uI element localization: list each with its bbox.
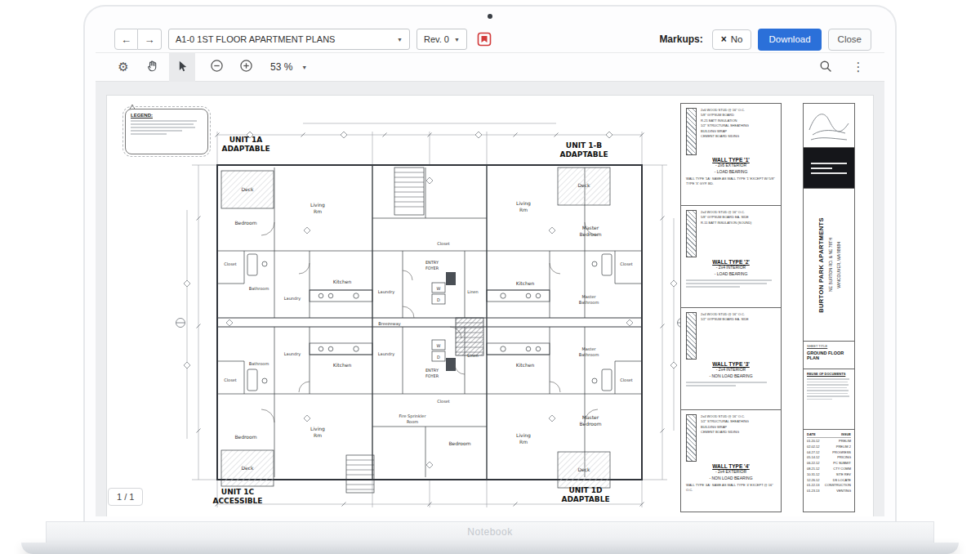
pan-tool-button[interactable] [140, 53, 166, 82]
legend-box: LEGEND: [125, 109, 208, 154]
room-label: Kitchen [516, 362, 535, 368]
cursor-icon [176, 60, 189, 75]
room-label: Kitchen [333, 279, 352, 284]
wall-type-subtitle: - 2x4 EXTERIOR- NON LOAD BEARING [686, 469, 776, 481]
room-label: Bedroom [448, 440, 470, 446]
room-label: Deck [241, 465, 254, 471]
revision-row: 02.02.12PRELIM 2 [807, 445, 851, 450]
room-label: W [437, 343, 441, 348]
zoom-out-button[interactable] [203, 53, 229, 82]
wall-notes: 2x4 WOOD STUD @ 16" O.C.5/8" GYPSUM BOAR… [701, 210, 776, 257]
wall-types-panel: 2x6 WOOD STUD @ 16" O.C.5/8" GYPSUM BOAR… [680, 103, 782, 512]
list-line: - NON LOAD BEARING [686, 373, 776, 380]
document-select-value: A1-0 1ST FLOOR APARTMENT PLANS [176, 34, 335, 44]
room-label: Laundry [284, 351, 301, 357]
revision-row: 12.26.12DS LOCATE [807, 478, 851, 484]
unit-label: UNIT 1AADAPTABLE [221, 136, 270, 153]
forward-button[interactable]: → [138, 29, 162, 50]
wall-type-section: 2x4 WOOD STUD @ 16" O.C.1/2" STRUCTURAL … [681, 410, 781, 512]
revision-row: 01.23.13VENTING [807, 489, 851, 494]
room-label: ENTRYFOYER [425, 368, 439, 378]
nav-button-group: ← → [114, 29, 162, 50]
revision-row: 01.20.12PRELIM [807, 439, 851, 445]
back-button[interactable]: ← [114, 29, 138, 50]
gear-icon: ⚙ [118, 60, 128, 74]
room-label: Breezeway [378, 321, 400, 327]
reuse-heading: REUSE OF DOCUMENTS [807, 372, 851, 376]
list-line: CEMENT BOARD SIDING [701, 134, 776, 139]
search-button[interactable] [813, 53, 839, 82]
markups-toggle-button[interactable]: × No [712, 29, 752, 50]
wall-type-subtitle: - 2x6 EXTERIOR- LOAD BEARING [686, 163, 776, 175]
markups-label: Markups: [659, 34, 702, 45]
wall-notes: 2x6 WOOD STUD @ 16" O.C.5/8" GYPSUM BOAR… [701, 108, 776, 155]
download-button[interactable]: Download [758, 29, 821, 51]
zoom-in-icon [239, 59, 253, 75]
list-line: - NON LOAD BEARING [686, 476, 776, 482]
document-select[interactable]: A1-0 1ST FLOOR APARTMENT PLANS ▼ [168, 29, 410, 50]
chevron-down-icon: ▼ [397, 37, 403, 42]
select-tool-button[interactable] [169, 53, 195, 82]
laptop-base-lip [21, 543, 959, 554]
wall-type-section: 2x6 WOOD STUD @ 16" O.C.5/8" GYPSUM BOAR… [681, 104, 781, 206]
sheet-title-label: SHEET TITLE [807, 344, 851, 348]
revision-row: 05.14.12PRICING [807, 455, 851, 461]
room-label: MasterBathroom [579, 346, 599, 357]
wall-type-section: 2x4 WOOD STUD @ 16" O.C.5/8" GYPSUM BOAR… [681, 206, 781, 308]
device-label: Notebook [467, 526, 512, 538]
chevron-down-icon: ▼ [454, 37, 460, 42]
back-arrow-icon: ← [121, 34, 131, 46]
page-indicator: 1 / 1 [108, 488, 143, 506]
markup-flag-icon[interactable] [477, 32, 492, 47]
architect-stamp [804, 104, 854, 148]
wall-type-footnote: WALL TYPE '1A': SAME AS WALL TYPE '1' EX… [686, 176, 776, 185]
revision-row: 04.27.12PROGRESS [807, 450, 851, 456]
room-label: W [437, 286, 441, 291]
project-city: VANCOUVER, WA 98684 [836, 242, 841, 288]
wall-detail-hatch [686, 414, 697, 462]
laptop-mockup: ← → A1-0 1ST FLOOR APARTMENT PLANS ▼ Rev… [0, 0, 980, 554]
unit-label: UNIT 1CACCESSIBLE [213, 488, 263, 505]
top-toolbar: ← → A1-0 1ST FLOOR APARTMENT PLANS ▼ Rev… [96, 25, 884, 52]
wall-type-subtitle: - 2x4 INTERIOR- NON LOAD BEARING [686, 367, 776, 379]
zoom-level-dropdown[interactable]: 53 % ▼ [270, 61, 307, 73]
close-button[interactable]: Close [828, 29, 871, 51]
room-label: LivingRm [516, 200, 531, 212]
room-label: Kitchen [333, 362, 352, 368]
room-label: MasterBedroom [579, 225, 601, 237]
room-label: MasterBedroom [579, 414, 601, 427]
document-viewer-app: ← → A1-0 1ST FLOOR APARTMENT PLANS ▼ Rev… [96, 25, 884, 516]
room-label: Linen [467, 353, 479, 358]
wall-type-title: WALL TYPE '1' [686, 157, 776, 163]
room-label: Bedroom [234, 220, 256, 226]
revision-row: 08.21.12CTY COMM [807, 467, 851, 472]
laptop-base: Notebook [46, 521, 934, 543]
list-line: CEMENT BOARD SIDING [701, 430, 776, 435]
zoom-in-button[interactable] [233, 53, 259, 82]
room-label: D [437, 355, 440, 360]
list-line: - 2x6 EXTERIOR [686, 163, 776, 169]
room-label: ENTRYFOYER [425, 260, 439, 270]
viewer-canvas[interactable]: UNIT 1AADAPTABLEUNIT 1-BADAPTABLEUNIT 1C… [96, 82, 884, 516]
kebab-icon: ⋮ [853, 60, 865, 74]
list-line: R-11 BATT INSULATION (SOUND) [701, 221, 776, 226]
room-label: Closet [437, 399, 450, 404]
unit-label: UNIT 1DADAPTABLE [561, 486, 609, 503]
more-options-button[interactable]: ⋮ [845, 53, 871, 82]
list-line: - 2x4 EXTERIOR [686, 469, 776, 476]
reuse-of-documents-section: REUSE OF DOCUMENTS [804, 369, 854, 430]
view-toolbar: ⚙ [96, 52, 884, 82]
sheet-title-value: GROUND FLOOR PLAN [807, 351, 851, 360]
settings-button[interactable]: ⚙ [110, 53, 136, 82]
list-line: - LOAD BEARING [686, 271, 776, 278]
wall-type-section: 2x4 WOOD STUD @ 16" O.C.1/2" GYPSUM BOAR… [681, 308, 781, 410]
room-label: LivingRm [516, 432, 531, 445]
webcam-dot [488, 14, 492, 19]
revision-select[interactable]: Rev. 0 ▼ [416, 29, 467, 50]
room-label: Deck [577, 182, 590, 188]
chevron-down-icon: ▼ [301, 65, 307, 70]
project-info: BURTON PARK APARTMENTS NE BURTON RD. & N… [804, 189, 854, 342]
room-label: Linen [467, 289, 479, 294]
revision-table: DATE ISSUE 01.20.12PRELIM02.02.12PRELIM … [804, 430, 854, 512]
room-label: Bathroom [249, 361, 270, 366]
